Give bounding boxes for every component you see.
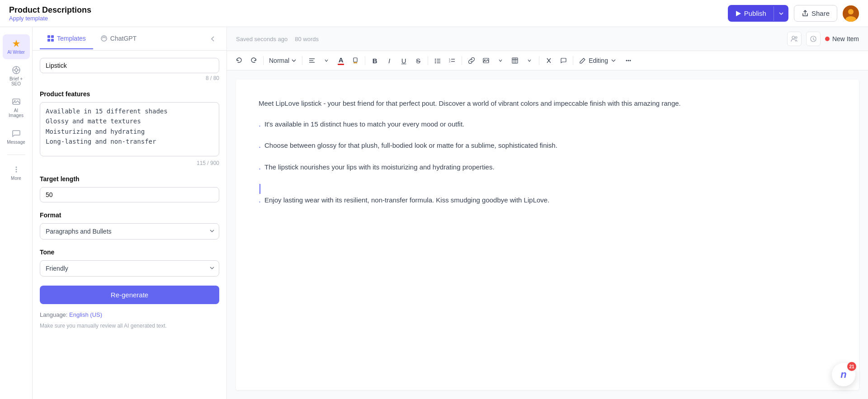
image-dropdown-button[interactable] [494, 54, 507, 67]
svg-point-50 [627, 60, 629, 61]
undo-button[interactable] [232, 54, 246, 67]
text-style-select[interactable]: Normal [266, 55, 299, 66]
sidebar-item-message[interactable]: Message [3, 124, 30, 149]
text-color-a: A [338, 56, 344, 65]
svg-point-49 [626, 60, 627, 61]
tone-select[interactable]: Friendly Professional Casual Formal [40, 260, 219, 277]
numbered-list-button[interactable]: 1. 2. [445, 54, 459, 67]
publish-dropdown-arrow[interactable] [774, 6, 788, 21]
notification-count: 21 [847, 362, 856, 371]
bullet-item-4: · Enjoy lasting wear with its resilient,… [259, 194, 836, 209]
panel-collapse-button[interactable] [207, 33, 219, 45]
text-color-button[interactable]: A [334, 54, 348, 67]
sidebar-item-ai-writer-label: AI Writer [7, 50, 25, 55]
publish-btn-main: Publish [728, 5, 774, 22]
table-dropdown-button[interactable] [523, 54, 536, 67]
svg-rect-43 [512, 58, 518, 63]
bullet-text-1: It's available in 15 distinct hues to ma… [264, 118, 464, 130]
panel: Templates ChatGPT 8 / 80 [33, 27, 227, 399]
sidebar-item-more-label: More [11, 176, 21, 181]
svg-point-35 [435, 62, 436, 63]
editor-header-right: New Item [787, 32, 859, 46]
svg-point-20 [101, 36, 107, 41]
product-name-field: 8 / 80 [40, 58, 219, 81]
collaborators-button[interactable] [787, 32, 802, 46]
toolbar-divider-1 [263, 56, 264, 65]
top-bar-left: Product Descriptions Apply template [9, 5, 91, 22]
chevron-left-icon [209, 35, 217, 42]
table-icon [512, 57, 518, 64]
target-length-input[interactable] [40, 187, 219, 202]
chevron-down-icon [778, 11, 784, 16]
bullet-marker: · [259, 162, 261, 176]
format-select[interactable]: Paragraphs and Bullets Paragraphs only B… [40, 223, 219, 239]
share-button[interactable]: Share [794, 5, 837, 22]
link-button[interactable] [465, 54, 478, 67]
clear-format-button[interactable] [542, 54, 556, 67]
align-icon [309, 57, 315, 64]
svg-rect-27 [354, 58, 357, 62]
svg-point-14 [15, 169, 17, 170]
chevron-down-icon [611, 58, 616, 63]
image-button[interactable] [479, 54, 493, 67]
svg-marker-4 [13, 40, 20, 47]
editor-content[interactable]: Meet LipLove lipstick - your best friend… [236, 80, 859, 390]
sidebar-item-ai-images[interactable]: AI Images [3, 93, 30, 122]
svg-point-42 [484, 59, 485, 60]
history-button[interactable] [806, 32, 821, 46]
bold-button[interactable]: B [368, 54, 382, 67]
sidebar-item-brief-seo-label: Brief + SEO [6, 76, 26, 86]
clear-format-icon [546, 57, 552, 64]
align-dropdown-button[interactable] [320, 54, 333, 67]
notification-bubble[interactable]: n 21 [832, 363, 855, 386]
strikethrough-button[interactable]: S [411, 54, 425, 67]
tab-chatgpt[interactable]: ChatGPT [93, 28, 144, 49]
align-button[interactable] [305, 54, 319, 67]
svg-point-33 [435, 61, 436, 61]
icon-sidebar: AI Writer Brief + SEO AI Images [0, 27, 33, 399]
svg-point-2 [848, 9, 854, 14]
product-features-textarea[interactable]: Available in 15 different shades Glossy … [40, 102, 219, 156]
sidebar-item-ai-writer[interactable]: AI Writer [3, 34, 30, 59]
toolbar-divider-6 [539, 56, 539, 65]
underline-button[interactable]: U [397, 54, 410, 67]
chatgpt-icon [100, 35, 108, 42]
bullet-list-button[interactable] [431, 54, 444, 67]
tab-templates[interactable]: Templates [40, 28, 93, 49]
table-button[interactable] [508, 54, 522, 67]
publish-button[interactable]: Publish [728, 5, 788, 22]
svg-text:2.: 2. [449, 60, 451, 63]
format-field: Format Paragraphs and Bullets Paragraphs… [40, 211, 219, 239]
target-length-field: Target length [40, 175, 219, 202]
sidebar-item-brief-seo[interactable]: Brief + SEO [3, 61, 30, 91]
sidebar-item-ai-images-label: AI Images [6, 108, 26, 118]
tone-label: Tone [40, 249, 219, 256]
undo-icon [236, 57, 242, 64]
redo-icon [250, 57, 257, 64]
svg-point-6 [15, 69, 18, 71]
editing-mode-button[interactable]: Editing [576, 55, 620, 66]
product-features-label: Product features [40, 90, 219, 98]
avatar[interactable] [843, 5, 859, 22]
new-item-badge[interactable]: New Item [825, 35, 859, 42]
toolbar-more-button[interactable] [622, 54, 635, 67]
bullet-text-4: Enjoy lasting wear with its resilient, n… [264, 194, 549, 206]
svg-rect-19 [51, 39, 54, 42]
apply-template-link[interactable]: Apply template [9, 15, 91, 22]
saved-status: Saved seconds ago [236, 36, 288, 42]
italic-button[interactable]: I [382, 54, 396, 67]
comment-button[interactable] [557, 54, 570, 67]
link-icon [468, 57, 475, 64]
highlight-button[interactable] [349, 54, 362, 67]
play-icon [735, 10, 741, 17]
regenerate-button[interactable]: Re-generate [40, 286, 219, 304]
language-link[interactable]: English (US) [69, 311, 102, 318]
product-name-input[interactable] [40, 58, 219, 73]
ai-images-icon [12, 97, 21, 106]
sidebar-item-more[interactable]: More [3, 160, 30, 185]
notification-logo: n [840, 369, 846, 380]
redo-button[interactable] [247, 54, 260, 67]
svg-point-21 [792, 36, 795, 39]
svg-point-13 [15, 167, 17, 168]
product-name-char-count: 8 / 80 [40, 75, 219, 81]
